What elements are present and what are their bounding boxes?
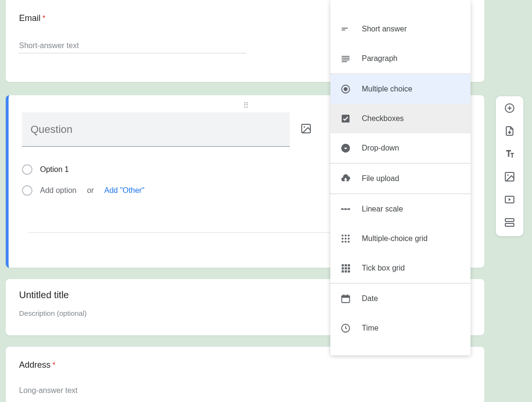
svg-rect-31 — [348, 267, 350, 270]
option-text[interactable]: Option 1 — [40, 165, 69, 174]
svg-rect-38 — [347, 294, 348, 297]
menu-item-label: Drop-down — [362, 144, 399, 152]
menu-item-label: Checkboxes — [362, 114, 404, 123]
svg-point-18 — [345, 235, 347, 237]
radio-icon — [22, 164, 32, 175]
add-title-button[interactable] — [503, 149, 516, 161]
svg-rect-8 — [342, 61, 347, 62]
svg-rect-3 — [342, 28, 348, 29]
menu-item-label: Short answer — [362, 25, 407, 33]
svg-rect-37 — [343, 294, 344, 297]
add-other-button[interactable]: Add "Other" — [104, 186, 144, 195]
svg-rect-6 — [342, 58, 350, 59]
drag-handle-icon[interactable]: ⠿ — [243, 101, 250, 110]
svg-point-22 — [348, 238, 349, 240]
menu-item-label: Multiple-choice grid — [362, 234, 428, 243]
svg-point-20 — [342, 238, 344, 240]
short-answer-placeholder: Short-answer text — [19, 41, 246, 53]
radio-button-icon — [340, 83, 351, 95]
add-option-button[interactable]: Add option — [40, 186, 77, 195]
menu-item-label: Tick box grid — [362, 264, 405, 272]
cloud-upload-icon — [340, 173, 351, 184]
svg-point-25 — [348, 241, 349, 242]
add-section-button[interactable] — [503, 217, 516, 230]
svg-point-42 — [507, 174, 509, 176]
long-answer-placeholder: Long-answer text — [19, 386, 471, 395]
svg-rect-44 — [505, 219, 514, 221]
import-questions-button[interactable] — [503, 126, 516, 138]
square-grid-icon — [340, 262, 351, 274]
dot-grid-icon — [340, 233, 351, 244]
menu-item-label: Multiple choice — [362, 85, 412, 93]
svg-rect-16 — [342, 209, 349, 210]
required-star-icon: * — [52, 361, 55, 369]
menu-item-label: File upload — [362, 174, 399, 183]
dropdown-icon — [340, 142, 351, 154]
svg-rect-28 — [348, 264, 350, 267]
plus-circle-icon — [504, 102, 515, 116]
menu-item-linear-scale[interactable]: Linear scale — [330, 194, 471, 224]
menu-item-label: Linear scale — [362, 205, 403, 213]
add-question-button[interactable] — [503, 103, 516, 115]
image-icon — [300, 123, 312, 136]
checkbox-icon — [340, 113, 351, 124]
menu-item-multiple-choice-grid[interactable]: Multiple-choice grid — [330, 224, 471, 253]
svg-point-23 — [342, 241, 344, 242]
menu-item-label: Date — [362, 294, 378, 303]
menu-item-date[interactable]: Date — [330, 284, 471, 313]
menu-item-multiple-choice[interactable]: Multiple choice — [330, 74, 471, 104]
calendar-icon — [340, 293, 351, 304]
menu-item-dropdown[interactable]: Drop-down — [330, 133, 471, 163]
menu-item-checkboxes[interactable]: Checkboxes — [330, 104, 471, 133]
question-type-menu: Short answer Paragraph Multiple choice C… — [330, 0, 471, 355]
svg-rect-30 — [345, 267, 347, 270]
menu-item-label: Paragraph — [362, 54, 398, 63]
add-image-button[interactable] — [503, 171, 516, 184]
side-toolbar — [496, 96, 523, 236]
import-icon — [504, 125, 515, 139]
svg-point-10 — [344, 87, 348, 91]
svg-rect-5 — [342, 56, 350, 57]
menu-item-tick-box-grid[interactable]: Tick box grid — [330, 253, 471, 283]
menu-item-paragraph[interactable]: Paragraph — [330, 44, 471, 73]
address-label: Address — [19, 360, 51, 370]
address-label-row: Address* — [19, 360, 471, 370]
required-star-icon: * — [42, 14, 45, 22]
svg-rect-45 — [505, 223, 514, 226]
svg-rect-34 — [348, 271, 350, 273]
or-text: or — [87, 186, 94, 195]
menu-item-short-answer[interactable]: Short answer — [330, 14, 471, 44]
svg-rect-32 — [342, 271, 344, 273]
svg-rect-27 — [345, 264, 347, 267]
svg-point-1 — [304, 126, 305, 128]
short-answer-icon — [340, 23, 351, 35]
video-icon — [504, 194, 515, 207]
svg-rect-29 — [342, 267, 344, 270]
radio-icon — [22, 185, 32, 196]
add-image-button[interactable] — [299, 123, 313, 136]
section-icon — [504, 217, 515, 230]
svg-rect-26 — [342, 264, 344, 267]
svg-rect-36 — [342, 296, 350, 298]
question-title-input[interactable] — [22, 112, 290, 147]
menu-item-file-upload[interactable]: File upload — [330, 164, 471, 193]
image-icon — [504, 171, 515, 184]
svg-rect-4 — [342, 30, 345, 30]
svg-point-21 — [345, 238, 347, 240]
svg-point-19 — [348, 235, 349, 237]
text-icon — [504, 148, 515, 161]
svg-point-17 — [342, 235, 344, 237]
menu-item-label: Time — [362, 324, 379, 332]
clock-icon — [340, 322, 351, 334]
svg-rect-33 — [345, 271, 347, 273]
svg-point-24 — [345, 241, 347, 242]
menu-item-time[interactable]: Time — [330, 313, 471, 343]
add-video-button[interactable] — [503, 194, 516, 207]
linear-scale-icon — [340, 203, 351, 215]
email-label: Email — [19, 13, 41, 23]
svg-rect-7 — [342, 60, 350, 60]
paragraph-icon — [340, 53, 351, 64]
